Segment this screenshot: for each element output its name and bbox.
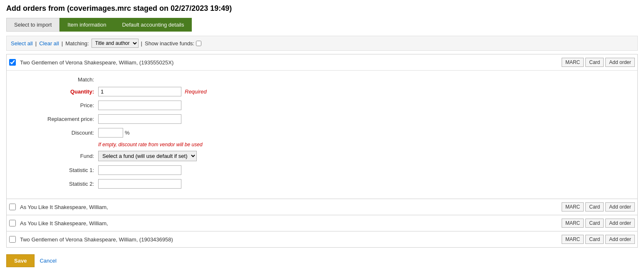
item-2-card-button[interactable]: Card: [585, 202, 604, 211]
price-row: Price:: [32, 101, 612, 110]
tab-bar: Select to import Item information Defaul…: [6, 18, 638, 32]
list-item: As You Like It Shakespeare, William, MAR…: [6, 215, 638, 231]
show-inactive-funds-checkbox[interactable]: [196, 41, 201, 46]
item-4-add-order-button[interactable]: Add order: [605, 235, 635, 244]
list-item: Two Gentlemen of Verona Shakespeare, Wil…: [6, 231, 638, 248]
item-1-detail: Match: Quantity: Required Price: Replace…: [7, 71, 637, 199]
quantity-label: Quantity:: [32, 89, 94, 95]
item-2-add-order-button[interactable]: Add order: [605, 202, 635, 211]
fund-label: Fund:: [32, 153, 94, 159]
item-1-title: Two Gentlemen of Verona Shakespeare, Wil…: [20, 59, 562, 66]
statistic1-row: Statistic 1:: [32, 165, 612, 175]
statistic2-input[interactable]: [98, 179, 181, 189]
statistic2-row: Statistic 2:: [32, 179, 612, 189]
statistic2-label: Statistic 2:: [32, 181, 94, 187]
item-3-card-button[interactable]: Card: [585, 219, 604, 228]
matching-select[interactable]: Title and author: [92, 39, 139, 48]
item-4-checkbox[interactable]: [9, 236, 16, 243]
replacement-price-label: Replacement price:: [32, 116, 94, 122]
discount-label: Discount:: [32, 130, 94, 136]
tab-item-information[interactable]: Item information: [59, 18, 114, 32]
item-4-marc-button[interactable]: MARC: [562, 235, 584, 244]
items-list: Two Gentlemen of Verona Shakespeare, Wil…: [6, 54, 638, 248]
filter-bar: Select all | Clear all | Matching: Title…: [6, 36, 638, 51]
footer-bar: Save Cancel: [6, 254, 638, 267]
show-inactive-funds-label[interactable]: Show inactive funds:: [145, 40, 201, 47]
price-label: Price:: [32, 102, 94, 108]
discount-hint: If empty, discount rate from vendor will…: [98, 142, 612, 148]
item-1-card-button[interactable]: Card: [585, 58, 604, 67]
item-1-header: Two Gentlemen of Verona Shakespeare, Wil…: [7, 54, 637, 71]
item-4-title: Two Gentlemen of Verona Shakespeare, Wil…: [20, 236, 562, 243]
item-1-marc-button[interactable]: MARC: [562, 58, 584, 67]
item-4-card-button[interactable]: Card: [585, 235, 604, 244]
tab-select-to-import[interactable]: Select to import: [6, 18, 59, 32]
fund-select[interactable]: Select a fund (will use default if set): [98, 151, 197, 161]
item-2-title: As You Like It Shakespeare, William,: [20, 204, 562, 210]
item-4-actions: MARC Card Add order: [562, 235, 635, 244]
quantity-input[interactable]: [98, 87, 181, 96]
list-item: Two Gentlemen of Verona Shakespeare, Wil…: [6, 54, 638, 199]
item-3-actions: MARC Card Add order: [562, 219, 635, 228]
cancel-button[interactable]: Cancel: [40, 258, 56, 264]
clear-all-link[interactable]: Clear all: [39, 40, 59, 47]
discount-input[interactable]: [98, 128, 123, 138]
item-4-header: Two Gentlemen of Verona Shakespeare, Wil…: [7, 231, 637, 247]
statistic1-input[interactable]: [98, 165, 181, 175]
discount-row: Discount: %: [32, 128, 612, 138]
quantity-row: Quantity: Required: [32, 87, 612, 96]
item-1-checkbox[interactable]: [9, 59, 16, 66]
item-3-header: As You Like It Shakespeare, William, MAR…: [7, 215, 637, 231]
item-1-actions: MARC Card Add order: [562, 58, 635, 67]
item-3-checkbox[interactable]: [9, 220, 16, 226]
price-input[interactable]: [98, 101, 181, 110]
item-1-add-order-button[interactable]: Add order: [605, 58, 635, 67]
item-3-marc-button[interactable]: MARC: [562, 219, 584, 228]
fund-row: Fund: Select a fund (will use default if…: [32, 151, 612, 161]
item-2-checkbox[interactable]: [9, 204, 16, 210]
item-2-actions: MARC Card Add order: [562, 202, 635, 211]
statistic1-label: Statistic 1:: [32, 167, 94, 173]
list-item: As You Like It Shakespeare, William, MAR…: [6, 199, 638, 215]
quantity-required-text: Required: [185, 89, 207, 95]
percent-symbol: %: [125, 130, 130, 136]
item-2-marc-button[interactable]: MARC: [562, 202, 584, 211]
replacement-price-input[interactable]: [98, 114, 181, 124]
page-title: Add orders from (coverimages.mrc staged …: [6, 4, 638, 13]
item-3-add-order-button[interactable]: Add order: [605, 219, 635, 228]
match-row: Match:: [32, 76, 612, 83]
match-label: Match:: [32, 76, 94, 83]
save-button[interactable]: Save: [6, 254, 35, 267]
select-all-link[interactable]: Select all: [11, 40, 33, 47]
item-3-title: As You Like It Shakespeare, William,: [20, 220, 562, 226]
replacement-price-row: Replacement price:: [32, 114, 612, 124]
tab-default-accounting-details[interactable]: Default accounting details: [114, 18, 192, 32]
item-2-header: As You Like It Shakespeare, William, MAR…: [7, 199, 637, 215]
matching-label: Matching:: [65, 40, 89, 47]
